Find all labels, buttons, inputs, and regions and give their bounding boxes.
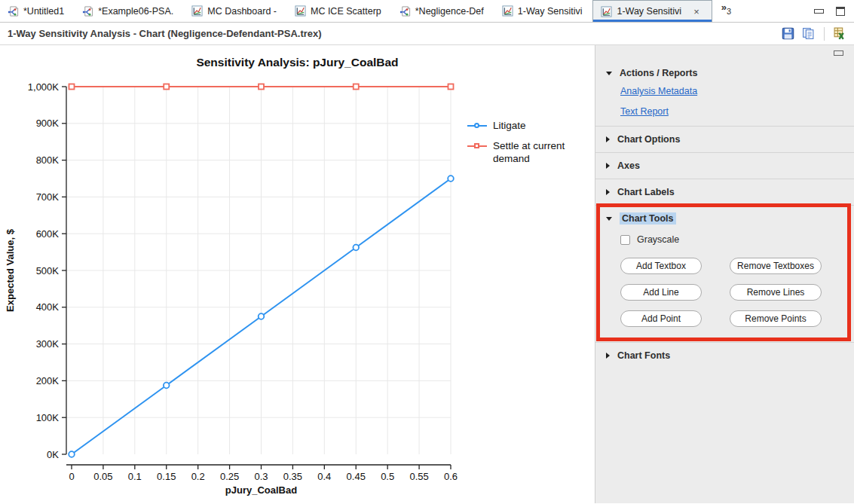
header-toolbar	[782, 27, 846, 41]
chart-icon	[502, 5, 513, 17]
x-tick-label: 0.25	[220, 471, 239, 482]
legend-item: Settle at current demand	[467, 139, 587, 166]
y-tick-label: 500K	[36, 265, 60, 276]
grayscale-checkbox[interactable]	[620, 235, 630, 245]
data-point-marker	[69, 451, 75, 457]
x-tick-label: 0.05	[93, 471, 112, 482]
tab-overflow-count: 3	[727, 7, 731, 16]
panel-sections: Actions / Reports Analysis Metadata Text…	[595, 45, 854, 368]
y-axis-label: Expected Value, $	[5, 228, 16, 312]
y-tick-label: 800K	[36, 154, 60, 166]
copy-report-icon[interactable]	[802, 27, 815, 40]
tab-close-icon[interactable]: ×	[692, 6, 701, 17]
data-point-marker	[164, 383, 170, 389]
sensitivity-chart: 0K100K200K300K400K500K600K700K800K900K1,…	[0, 45, 595, 504]
tab-label: *Untitled1	[23, 6, 64, 17]
legend-label: Settle at current demand	[493, 139, 587, 166]
chart-icon	[295, 5, 306, 17]
tab-label: MC ICE Scatterp	[311, 6, 381, 17]
chart-area: 0K100K200K300K400K500K600K700K800K900K1,…	[0, 45, 595, 503]
tab-1-way-sensitivi[interactable]: 1-Way Sensitivi	[494, 0, 593, 22]
chevron-double-right-icon: »	[721, 2, 727, 12]
data-point-marker	[448, 84, 454, 90]
view-header: 1-Way Sensitivity Analysis - Chart (Negl…	[0, 23, 854, 45]
tab-1-way-sensitivi[interactable]: 1-Way Sensitivi×	[592, 0, 712, 22]
tab-mc-ice-scatterp[interactable]: MC ICE Scatterp	[287, 0, 392, 22]
chevron-right-icon	[606, 353, 610, 359]
grayscale-option: Grayscale	[620, 234, 854, 245]
add-textbox-button[interactable]: Add Textbox	[620, 258, 702, 274]
tab-label: *Example06-PSA.	[98, 6, 173, 17]
chart-legend: LitigateSettle at current demand	[467, 119, 587, 166]
actions-links: Analysis Metadata Text Report	[595, 86, 854, 126]
view-controls	[814, 0, 854, 22]
section-chart-options[interactable]: Chart Options	[595, 127, 854, 152]
data-point-marker	[164, 84, 169, 90]
section-chart-fonts[interactable]: Chart Fonts	[595, 343, 854, 368]
minimize-icon[interactable]	[814, 9, 824, 14]
chevron-right-icon	[606, 163, 610, 169]
x-tick-label: 0	[69, 471, 74, 482]
legend-circle-marker-icon	[467, 122, 487, 130]
remove-points-button[interactable]: Remove Points	[730, 310, 822, 327]
section-label: Chart Fonts	[617, 350, 670, 361]
section-chart-tools[interactable]: Chart Tools	[595, 206, 854, 231]
tab-strip: *Untitled1*Example06-PSA.MC Dashboard -M…	[0, 0, 712, 22]
chevron-right-icon	[606, 136, 610, 142]
tab-label: MC Dashboard -	[207, 6, 277, 17]
chevron-down-icon	[606, 217, 612, 221]
add-point-button[interactable]: Add Point	[620, 310, 702, 327]
export-excel-icon[interactable]	[834, 27, 846, 40]
grayscale-label: Grayscale	[637, 234, 679, 245]
add-line-button[interactable]: Add Line	[620, 284, 702, 301]
tab--negligence-def[interactable]: *Negligence-Def	[392, 0, 494, 22]
x-tick-label: 0.5	[381, 471, 394, 482]
x-tick-label: 0.3	[254, 471, 268, 482]
chart-tools-body: Grayscale Add Textbox Remove Textboxes A…	[595, 231, 854, 342]
section-label: Chart Tools	[620, 212, 676, 225]
y-tick-label: 1,000K	[28, 81, 60, 93]
y-tick-label: 600K	[36, 228, 60, 240]
y-tick-label: 700K	[36, 191, 60, 203]
tab-label: 1-Way Sensitivi	[518, 6, 583, 17]
chevron-right-icon	[606, 189, 610, 195]
y-tick-label: 0K	[47, 449, 59, 460]
panel-collapse-icon[interactable]	[834, 50, 843, 56]
tab--untitled1[interactable]: *Untitled1	[0, 0, 75, 22]
toolbar-separator	[824, 27, 825, 41]
section-axes[interactable]: Axes	[595, 153, 854, 179]
x-tick-label: 0.4	[317, 471, 331, 482]
section-label: Actions / Reports	[620, 68, 698, 78]
text-report-link[interactable]: Text Report	[620, 106, 669, 117]
legend-label: Litigate	[493, 119, 526, 133]
tree-doc-icon	[399, 5, 411, 17]
settings-panel: Actions / Reports Analysis Metadata Text…	[595, 45, 854, 503]
section-label: Chart Options	[617, 134, 680, 145]
tab-mc-dashboard-[interactable]: MC Dashboard -	[184, 0, 287, 22]
tree-doc-icon	[82, 5, 93, 17]
chart-icon	[601, 6, 612, 17]
analysis-metadata-link[interactable]: Analysis Metadata	[620, 86, 697, 96]
tree-doc-icon	[8, 5, 19, 17]
x-tick-label: 0.1	[128, 471, 142, 482]
maximize-icon[interactable]	[836, 7, 845, 16]
data-point-marker	[448, 176, 454, 182]
section-label: Chart Labels	[617, 187, 675, 197]
legend-item: Litigate	[467, 119, 587, 133]
y-tick-label: 400K	[36, 301, 60, 313]
remove-lines-button[interactable]: Remove Lines	[730, 284, 822, 301]
editor-tab-bar: *Untitled1*Example06-PSA.MC Dashboard -M…	[0, 0, 854, 23]
chart-tools-buttons: Add Textbox Remove Textboxes Add Line Re…	[620, 258, 854, 327]
remove-textboxes-button[interactable]: Remove Textboxes	[730, 258, 822, 274]
section-actions-reports[interactable]: Actions / Reports	[595, 60, 854, 86]
chart-icon	[191, 5, 203, 17]
tab-overflow-button[interactable]: » 3	[712, 0, 737, 22]
x-tick-label: 0.15	[157, 471, 176, 482]
chart-svg: 0K100K200K300K400K500K600K700K800K900K1,…	[0, 45, 595, 503]
save-icon[interactable]	[782, 27, 794, 40]
y-tick-label: 200K	[36, 375, 60, 386]
x-tick-label: 0.45	[347, 471, 366, 482]
tab-label: 1-Way Sensitivi	[617, 6, 681, 17]
section-chart-labels[interactable]: Chart Labels	[595, 179, 854, 205]
tab--example06-psa-[interactable]: *Example06-PSA.	[75, 0, 184, 22]
